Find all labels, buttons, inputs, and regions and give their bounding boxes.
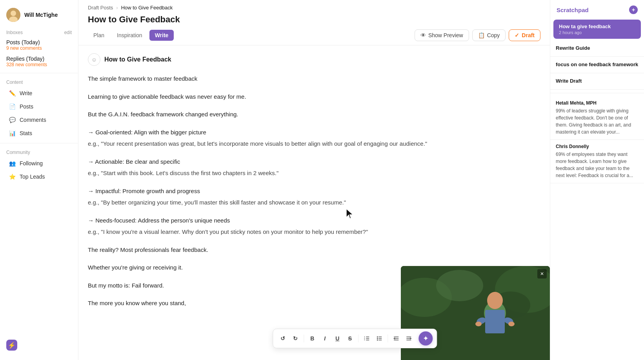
ordered-list-button[interactable]: 123 (361, 333, 373, 344)
svg-point-24 (436, 270, 483, 301)
posts-icon: 📄 (9, 103, 16, 110)
replies-today-item[interactable]: Replies (Today) 328 new comments (0, 53, 78, 70)
arrow-needs: → Needs-focused: Address the person's un… (88, 215, 540, 226)
right-panel: Scratchpad + How ta give feedback 2 hour… (550, 0, 644, 360)
community-section-label: Community (0, 147, 78, 157)
video-close-button[interactable]: ✕ (537, 269, 547, 279)
copy-icon: 📋 (478, 32, 485, 38)
editor-title: How to Give Feedback (104, 56, 171, 63)
username: Will McTighe (24, 12, 58, 18)
tab-inspiration[interactable]: Inspiration (111, 30, 148, 41)
divider-1 (0, 73, 78, 73)
inspiration-author-1: Chris Donnelly (556, 144, 639, 149)
svg-point-32 (508, 322, 515, 326)
stats-icon: 📊 (9, 130, 16, 137)
example-actionable: e.g., "Start with this book. Let's discu… (88, 168, 540, 178)
inspiration-item-1[interactable]: Chris Donnelly 69% of employees state th… (550, 140, 644, 183)
para-framework: But the G.A.I.N. feedback framework chan… (88, 109, 540, 119)
sidebar-bottom: ⚡ (0, 335, 78, 355)
svg-point-31 (475, 322, 482, 326)
svg-point-1 (11, 11, 16, 16)
sidebar-item-comments[interactable]: 💬 Comments (2, 114, 76, 126)
edit-link[interactable]: edit (64, 30, 72, 35)
show-preview-button[interactable]: 👁 Show Preview (415, 29, 469, 41)
inspiration-author-0: Hetali Mehta, MPH (556, 100, 639, 106)
top-leads-icon: ⭐ (9, 173, 16, 180)
italic-button[interactable]: I (319, 333, 331, 344)
indent-left-button[interactable] (390, 333, 402, 344)
comments-icon: 💬 (9, 116, 16, 123)
scratchpad-add-button[interactable]: + (629, 5, 638, 14)
example-needs: e.g., "I know you're a visual learner. W… (88, 227, 540, 237)
check-icon: ✓ (515, 32, 519, 38)
post-header: How to Give Feedback (78, 11, 550, 29)
tabs: Plan Inspiration Write (88, 30, 174, 41)
sidebar: Will McTighe Inboxes edit Posts (Today) … (0, 0, 78, 360)
sidebar-item-top-leads[interactable]: ⭐ Top Leads (2, 170, 76, 183)
arrow-actionable: → Actionable: Be clear and specific (88, 157, 540, 167)
write-icon: ✏️ (9, 90, 16, 97)
copy-button[interactable]: 📋 Copy (472, 29, 506, 41)
sidebar-item-following[interactable]: 👥 Following (2, 157, 76, 170)
indent-right-button[interactable] (403, 333, 415, 344)
sidebar-item-stats[interactable]: 📊 Stats (2, 127, 76, 139)
example-impactful: e.g., "By better organizing your time, y… (88, 197, 540, 208)
svg-point-12 (377, 336, 378, 338)
avatar (6, 8, 20, 22)
undo-button[interactable]: ↺ (277, 333, 289, 344)
emoji-button[interactable]: ☺ (88, 53, 100, 66)
scratchpad-item-2[interactable]: focus on one feedback framework (550, 57, 644, 73)
breadcrumb: Draft Posts › How to Give Feedback (78, 0, 550, 11)
app-icon[interactable]: ⚡ (6, 340, 17, 351)
scratchpad-item-title-1: Rewrite Guide (556, 45, 639, 51)
para-intro: Learning to give actionable feedback was… (88, 92, 540, 102)
para-reality: The reality? Most professionals fear fee… (88, 245, 540, 255)
para-subtitle: The simple framework to master feedback (88, 74, 540, 84)
toolbar-divider-3 (387, 335, 388, 342)
format-toolbar: ↺ ↻ B I U S 123 ✦ (273, 329, 437, 348)
scratchpad-item-1[interactable]: Rewrite Guide (550, 40, 644, 57)
scratchpad-item-title-3: Write Draft (556, 78, 639, 84)
breadcrumb-parent[interactable]: Draft Posts (88, 5, 113, 11)
preview-icon: 👁 (420, 32, 426, 38)
tab-plan[interactable]: Plan (88, 30, 110, 41)
editor-title-row: ☺ How to Give Feedback (88, 53, 540, 66)
redo-button[interactable]: ↻ (289, 333, 301, 344)
arrow-goal: → Goal-oriented: Align with the bigger p… (88, 127, 540, 137)
breadcrumb-current: How to Give Feedback (121, 5, 173, 11)
scratchpad-item-title-0: How ta give feedback (559, 24, 635, 29)
sidebar-item-posts[interactable]: 📄 Posts (2, 100, 76, 113)
bold-button[interactable]: B (306, 333, 318, 344)
draft-button[interactable]: ✓ Draft (509, 29, 540, 41)
breadcrumb-separator: › (116, 5, 118, 11)
scratchpad-title: Scratchpad (557, 7, 589, 13)
posts-today-item[interactable]: Posts (Today) 9 new comments (0, 37, 78, 53)
inspiration-text-0: 99% of leaders struggle with giving effe… (556, 107, 639, 136)
following-icon: 👥 (9, 160, 16, 167)
svg-text:3: 3 (364, 339, 365, 341)
underline-button[interactable]: U (331, 333, 343, 344)
svg-rect-28 (485, 310, 505, 333)
post-title: How to Give Feedback (88, 14, 540, 25)
inspiration-item-0[interactable]: Hetali Mehta, MPH 99% of leaders struggl… (550, 96, 644, 140)
scratchpad-header: Scratchpad + (550, 0, 644, 18)
arrow-impactful: → Impactful: Promote growth and progress (88, 186, 540, 196)
content-section-label: Content (0, 76, 78, 87)
unordered-list-button[interactable] (373, 333, 385, 344)
panel-divider-1 (550, 93, 644, 93)
svg-point-14 (377, 340, 378, 341)
svg-point-27 (487, 292, 503, 309)
svg-point-13 (377, 338, 378, 339)
scratchpad-item-3[interactable]: Write Draft (550, 73, 644, 90)
inboxes-section: Inboxes edit (0, 27, 78, 37)
toolbar-divider-2 (358, 335, 358, 342)
strikethrough-button[interactable]: S (344, 333, 356, 344)
example-goal: e.g., "Your recent presentation was grea… (88, 139, 540, 149)
sparkle-button[interactable]: ✦ (418, 331, 433, 346)
scratchpad-item-0[interactable]: How ta give feedback 2 hours ago (553, 20, 641, 39)
sidebar-item-write[interactable]: ✏️ Write (2, 87, 76, 99)
inspiration-text-1: 69% of employees state they want more fe… (556, 151, 639, 179)
user-profile[interactable]: Will McTighe (0, 5, 78, 27)
divider-2 (0, 143, 78, 143)
tab-write[interactable]: Write (149, 30, 174, 41)
